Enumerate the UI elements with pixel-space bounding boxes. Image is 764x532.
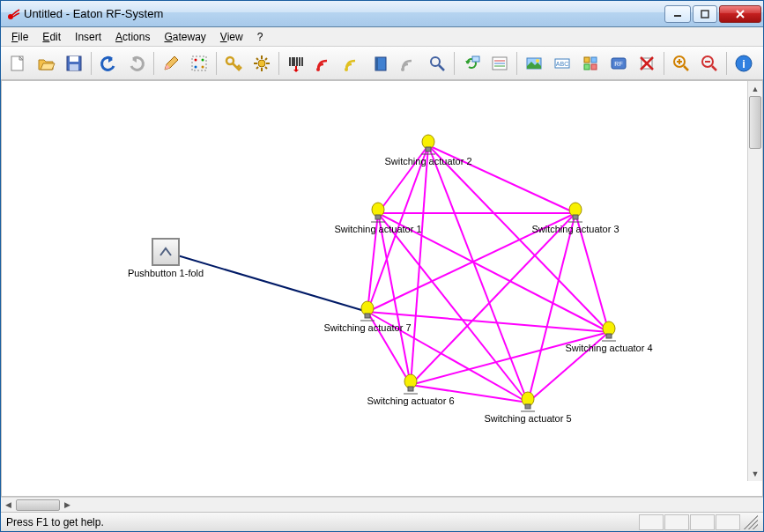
zoomout-button[interactable] — [696, 50, 723, 77]
status-text: Press F1 to get help. — [6, 516, 104, 528]
edit-button[interactable] — [158, 50, 184, 77]
save-button[interactable] — [61, 50, 87, 77]
svg-rect-37 — [472, 56, 479, 62]
grid2-button[interactable] — [577, 50, 604, 77]
status-panes — [639, 514, 740, 530]
app-icon — [6, 7, 20, 21]
svg-line-60 — [712, 66, 716, 70]
status-pane — [716, 514, 740, 530]
book-button[interactable] — [367, 50, 394, 77]
node-label[interactable]: Switching actuator 7 — [323, 322, 411, 333]
svg-text:i: i — [742, 57, 745, 70]
scroll-left-arrow[interactable]: ◀ — [1, 498, 16, 513]
svg-point-15 — [258, 60, 265, 67]
menu-edit[interactable]: Edit — [35, 29, 68, 45]
toolbar-separator — [726, 52, 727, 75]
info-button[interactable]: i — [731, 50, 757, 77]
vertical-scroll-thumb[interactable] — [749, 96, 761, 149]
node-label[interactable]: Switching actuator 5 — [484, 413, 571, 424]
svg-rect-48 — [584, 64, 590, 70]
svg-line-22 — [265, 58, 267, 60]
svg-line-23 — [256, 67, 258, 69]
toolbar-separator — [216, 52, 217, 75]
svg-point-14 — [226, 57, 234, 64]
resize-grip[interactable] — [744, 515, 758, 529]
svg-rect-9 — [192, 56, 206, 70]
menu-insert[interactable]: Insert — [68, 29, 108, 45]
svg-rect-96 — [606, 334, 612, 338]
node-label[interactable]: Switching actuator 3 — [531, 224, 619, 234]
node-label[interactable]: Pushbutton 1-fold — [128, 268, 204, 278]
menu-help[interactable]: ? — [250, 29, 271, 45]
menu-gateway[interactable]: Gateway — [157, 29, 212, 45]
redo-button[interactable] — [123, 50, 150, 77]
toolbar-separator — [664, 52, 664, 75]
vertical-scrollbar[interactable]: ▲ ▼ — [747, 81, 762, 481]
undo-button[interactable] — [95, 50, 122, 77]
refresh-button[interactable] — [458, 50, 485, 77]
svg-rect-99 — [525, 404, 530, 409]
rf-scan-gray-button[interactable] — [396, 50, 422, 77]
new-button[interactable] — [4, 50, 31, 77]
window-buttons — [664, 5, 761, 23]
toolbar-separator — [454, 52, 455, 75]
svg-rect-33 — [375, 57, 378, 70]
status-pane — [639, 514, 664, 530]
svg-line-73 — [411, 145, 428, 385]
toolbar-separator — [516, 52, 517, 75]
menubar: File Edit Insert Actions Gateway View ? — [1, 27, 763, 47]
barcode-button[interactable] — [283, 50, 309, 77]
svg-point-12 — [195, 65, 197, 68]
key-button[interactable] — [220, 50, 247, 77]
svg-point-30 — [316, 68, 320, 71]
svg-rect-87 — [375, 215, 381, 219]
close-button[interactable] — [719, 5, 761, 23]
horizontal-scrollbar[interactable]: ◀ ▶ — [1, 497, 763, 512]
titlebar: Untitled - Eaton RF-System — [1, 1, 763, 27]
list-button[interactable] — [486, 50, 513, 77]
grid-button[interactable] — [186, 50, 212, 77]
node-label[interactable]: Switching actuator 4 — [565, 343, 652, 353]
minimize-button[interactable] — [664, 5, 691, 23]
scroll-right-arrow[interactable]: ▶ — [60, 498, 75, 513]
pushbutton-node[interactable] — [152, 238, 180, 266]
delete-button[interactable] — [634, 50, 660, 77]
toolbar-separator — [278, 52, 279, 75]
rf-badge-button[interactable]: RF — [605, 50, 632, 77]
svg-rect-102 — [408, 387, 413, 391]
search-button[interactable] — [424, 50, 450, 77]
settings-button[interactable] — [248, 50, 275, 77]
svg-line-21 — [265, 67, 267, 69]
svg-point-13 — [202, 65, 204, 68]
toolbar: ABC RF i — [1, 47, 763, 80]
picture-button[interactable] — [521, 50, 547, 77]
canvas-area[interactable]: Pushbutton 1-foldSwitching actuator 1Swi… — [1, 80, 763, 497]
svg-line-76 — [528, 213, 575, 403]
status-pane — [690, 514, 715, 530]
horizontal-scroll-thumb[interactable] — [16, 499, 60, 511]
svg-point-43 — [536, 59, 539, 63]
svg-point-34 — [401, 68, 404, 71]
toolbar-separator — [91, 52, 92, 75]
svg-rect-105 — [365, 314, 370, 318]
rf-scan-yellow-button[interactable] — [339, 50, 366, 77]
zoomin-button[interactable] — [668, 50, 694, 77]
node-label[interactable]: Switching actuator 6 — [367, 395, 454, 406]
node-label[interactable]: Switching actuator 1 — [334, 224, 421, 234]
scroll-down-arrow[interactable]: ▼ — [748, 466, 762, 481]
menu-file[interactable]: File — [4, 29, 35, 45]
svg-point-31 — [345, 68, 348, 71]
svg-line-85 — [166, 252, 367, 312]
open-button[interactable] — [33, 50, 59, 77]
scroll-up-arrow[interactable]: ▲ — [748, 81, 762, 96]
svg-rect-90 — [426, 147, 431, 151]
menu-view[interactable]: View — [213, 29, 250, 45]
rf-scan-red-button[interactable] — [311, 50, 337, 77]
maximize-button[interactable] — [693, 5, 717, 23]
svg-line-20 — [256, 58, 258, 60]
svg-text:ABC: ABC — [556, 61, 568, 67]
label-button[interactable]: ABC — [549, 50, 575, 77]
svg-line-56 — [684, 66, 688, 70]
node-label[interactable]: Switching actuator 2 — [384, 156, 471, 166]
menu-actions[interactable]: Actions — [108, 29, 157, 45]
